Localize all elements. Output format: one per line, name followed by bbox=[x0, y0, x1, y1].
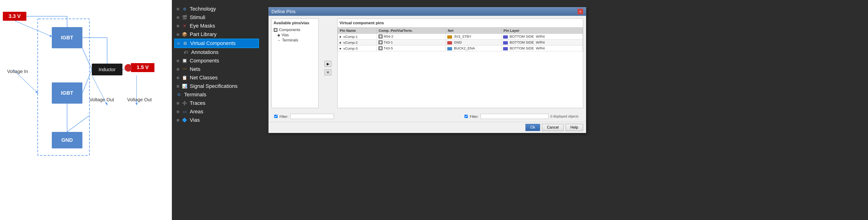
tree-label-technology: Technology bbox=[190, 6, 216, 12]
net-2: GND bbox=[446, 39, 501, 45]
layer-1: BOTTOM SIDE W/R4 bbox=[501, 34, 583, 39]
pin-name-1: ● vComp-1 bbox=[338, 34, 377, 39]
available-pins-pane: Available pins/vias 🔲 Components ◉ Vias … bbox=[272, 19, 318, 108]
filter-left: Filter: bbox=[272, 112, 337, 121]
col-pin-layer: Pin Layer bbox=[501, 28, 583, 34]
define-pins-dialog: Define Pins × Available pins/vias 🔲 Comp… bbox=[268, 7, 586, 133]
icon-eye-masks: ✕ bbox=[181, 23, 188, 29]
tree-label-virtual-components: Virtual Components bbox=[190, 40, 236, 46]
pin-radio-3: ● bbox=[339, 46, 341, 51]
col-comp-pin: Comp. Pin/Via/Term. bbox=[377, 28, 446, 34]
tree-item-signal-specs[interactable]: ⊞ 📊 Signal Specifications bbox=[174, 82, 259, 90]
tree-item-annotations[interactable]: 🏷 Annotations bbox=[174, 48, 259, 57]
virtual-pins-title: Virtual component pins bbox=[338, 19, 583, 27]
pin-radio-1: ● bbox=[339, 35, 341, 39]
comp-ref-3: 🔲 T43-5 bbox=[377, 45, 446, 51]
help-button[interactable]: Help bbox=[565, 124, 583, 131]
add-arrow-button[interactable]: ▶ bbox=[324, 61, 332, 67]
tree-item-technology[interactable]: ⊞ ⊕ Technology bbox=[174, 5, 259, 13]
svg-rect-0 bbox=[0, 0, 172, 220]
tree-item-terminals[interactable]: ⚙ Terminals bbox=[174, 90, 259, 99]
components-node-icon: 🔲 bbox=[274, 28, 278, 32]
tree-item-net-classes[interactable]: ⊞ 📋 Net Classes bbox=[174, 73, 259, 82]
tree-label-part-library: Part Library bbox=[190, 31, 217, 37]
voltage-15-label: 1.5 V bbox=[136, 64, 149, 70]
net-1: 3V3_STBY bbox=[446, 34, 501, 39]
tree-node-vias[interactable]: ◉ Vias bbox=[274, 32, 316, 38]
vias-node-icon: ◉ bbox=[277, 33, 280, 37]
icon-technology: ⊕ bbox=[181, 6, 188, 12]
filter-left-label: Filter: bbox=[279, 115, 288, 119]
tree-item-components[interactable]: ⊞ 🔲 Components bbox=[174, 57, 259, 65]
tree-item-eye-masks[interactable]: ⊞ ✕ Eye Masks bbox=[174, 22, 259, 30]
layer-color-badge-2 bbox=[503, 41, 508, 44]
icon-components: 🔲 bbox=[181, 58, 188, 64]
icon-net-classes: 📋 bbox=[181, 74, 188, 81]
icon-vias: 🔷 bbox=[181, 117, 188, 123]
tree-node-terminals[interactable]: ↔ Terminals bbox=[274, 38, 316, 43]
ok-button[interactable]: Ok bbox=[525, 124, 540, 131]
tree-node-components[interactable]: 🔲 Components bbox=[274, 27, 316, 32]
remove-arrow-button[interactable]: ✕ bbox=[324, 69, 332, 75]
tree-panel: ⊞ ⊕ Technology ⊞ 🎬 Stimuli ⊞ ✕ Eye Masks… bbox=[172, 0, 261, 220]
icon-terminals: ⚙ bbox=[176, 91, 182, 98]
expand-icon-net-classes: ⊞ bbox=[176, 75, 180, 80]
arrow-buttons-pane: ▶ ✕ bbox=[321, 19, 335, 108]
expand-icon-areas: ⊞ bbox=[176, 109, 180, 114]
table-row: ● vComp-2 🔲 T43-1 GND bbox=[338, 39, 583, 45]
icon-signal-specs: 📊 bbox=[181, 83, 188, 90]
tree-label-traces: Traces bbox=[190, 100, 205, 106]
expand-icon-technology: ⊞ bbox=[176, 7, 180, 11]
tree-item-nets[interactable]: ⊞ 〰 Nets bbox=[174, 65, 259, 73]
icon-nets: 〰 bbox=[181, 66, 188, 72]
igbt1-label: IGBT bbox=[61, 35, 73, 40]
displayed-objects-count: 0 displayed objects bbox=[550, 115, 580, 118]
pin-name-3: ● vComp-3 bbox=[338, 45, 377, 51]
expand-icon-stimuli: ⊞ bbox=[176, 15, 180, 20]
dialog-body: Available pins/vias 🔲 Components ◉ Vias … bbox=[269, 16, 586, 111]
expand-icon-vias: ⊞ bbox=[176, 118, 180, 123]
filter-right: Filter: 0 displayed objects bbox=[462, 112, 583, 121]
tree-item-areas[interactable]: ⊞ ▭ Areas bbox=[174, 107, 259, 116]
layer-2: BOTTOM SIDE W/R4 bbox=[501, 39, 583, 45]
pin-radio-2: ● bbox=[339, 40, 341, 44]
filter-left-input[interactable] bbox=[290, 114, 334, 119]
layer-3: BOTTOM SIDE W/R4 bbox=[501, 45, 583, 51]
svg-point-7 bbox=[125, 64, 132, 72]
dialog-close-button[interactable]: × bbox=[578, 9, 583, 14]
comp-icon-3: 🔲 bbox=[378, 46, 383, 50]
pin-name-2: ● vComp-2 bbox=[338, 39, 377, 45]
expand-icon-nets: ⊞ bbox=[176, 67, 180, 72]
expand-icon-eye-masks: ⊞ bbox=[176, 24, 180, 28]
comp-icon-1: 🔲 bbox=[378, 34, 383, 38]
tree-label-eye-masks: Eye Masks bbox=[190, 23, 215, 29]
filter-left-checkbox[interactable] bbox=[274, 115, 278, 118]
net-color-badge-3 bbox=[447, 47, 452, 51]
terminals-node-label: Terminals bbox=[282, 38, 298, 42]
comp-ref-2: 🔲 T43-1 bbox=[377, 39, 446, 45]
tree-item-virtual-components[interactable]: ⊞ ⊠ Virtual Components bbox=[174, 39, 259, 48]
expand-icon-signal-specs: ⊞ bbox=[176, 84, 180, 89]
filter-right-checkbox[interactable] bbox=[464, 115, 468, 118]
tree-label-signal-specs: Signal Specifications bbox=[190, 83, 238, 89]
voltage-33-label: 3.3 V bbox=[8, 13, 21, 19]
tree-item-stimuli[interactable]: ⊞ 🎬 Stimuli bbox=[174, 13, 259, 22]
tree-label-nets: Nets bbox=[190, 66, 200, 72]
cancel-button[interactable]: Cancel bbox=[542, 124, 564, 131]
tree-item-vias[interactable]: ⊞ 🔷 Vias bbox=[174, 116, 259, 124]
tree-item-traces[interactable]: ⊞ ➕ Traces bbox=[174, 99, 259, 107]
table-row: ● vComp-3 🔲 T43-5 BUCK2_ENA bbox=[338, 45, 583, 51]
comp-ref-1: 🔲 R54-2 bbox=[377, 34, 446, 39]
tree-item-part-library[interactable]: ⊞ 📦 Part Library bbox=[174, 30, 259, 39]
icon-stimuli: 🎬 bbox=[181, 14, 188, 21]
filter-right-input[interactable] bbox=[480, 114, 549, 119]
right-panel: ⊞ ⊕ Technology ⊞ 🎬 Stimuli ⊞ ✕ Eye Masks… bbox=[172, 0, 868, 220]
components-node-label: Components bbox=[279, 28, 301, 32]
tree-label-vias: Vias bbox=[190, 117, 199, 123]
voltage-in-label: Voltage In bbox=[7, 69, 28, 74]
tree-label-annotations: Annotations bbox=[191, 49, 218, 55]
dialog-title: Define Pins bbox=[272, 9, 296, 14]
igbt2-label: IGBT bbox=[61, 90, 73, 96]
dialog-overlay: Define Pins × Available pins/vias 🔲 Comp… bbox=[261, 0, 868, 220]
virtual-pins-pane: Virtual component pins Pin Name Comp. Pi… bbox=[337, 19, 583, 108]
